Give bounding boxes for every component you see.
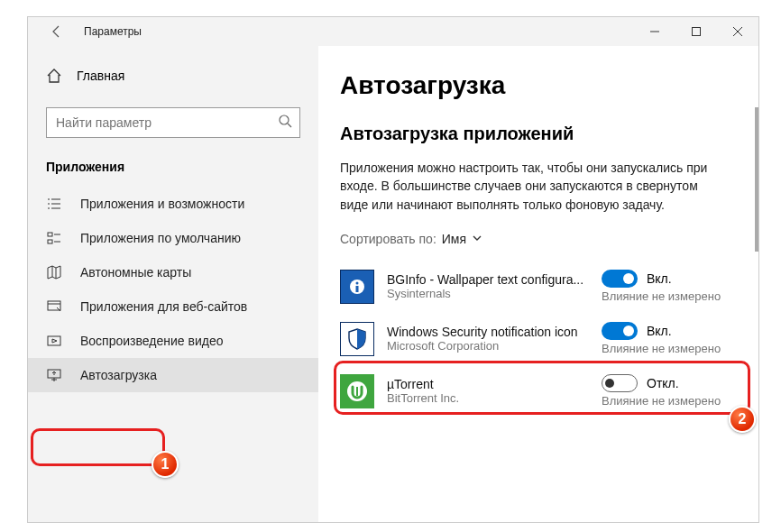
sidebar-section-label: Приложения <box>28 154 318 187</box>
app-publisher: Microsoft Corporation <box>387 339 589 353</box>
sidebar-item-label: Приложения для веб-сайтов <box>80 299 247 314</box>
search-input[interactable] <box>56 115 278 130</box>
home-icon <box>46 68 62 84</box>
web-apps-icon <box>46 298 62 315</box>
startup-toggle[interactable] <box>602 322 638 340</box>
settings-window: Параметры Главная Приложения <box>27 16 759 523</box>
svg-line-5 <box>288 124 291 127</box>
sort-control[interactable]: Сортировать по: Имя <box>340 232 737 246</box>
svg-rect-1 <box>693 28 701 36</box>
app-icon-utorrent <box>340 374 374 408</box>
startup-app-row: µTorrent BitTorrent Inc. Откл. Влияние н… <box>340 369 737 421</box>
app-name: BGInfo - Wallpaper text configura... <box>387 272 589 287</box>
impact-label: Влияние не измерено <box>602 289 721 303</box>
back-button[interactable] <box>48 23 66 41</box>
svg-point-23 <box>356 281 359 284</box>
app-icon-security <box>340 322 374 356</box>
maximize-button[interactable] <box>675 17 717 46</box>
page-subtitle: Автозагрузка приложений <box>340 124 737 144</box>
search-icon <box>278 114 292 132</box>
toggle-label: Вкл. <box>647 324 672 338</box>
sidebar-item-default-apps[interactable]: Приложения по умолчанию <box>28 221 318 255</box>
page-title: Автозагрузка <box>340 71 737 100</box>
search-box[interactable] <box>46 107 300 138</box>
sort-value: Имя <box>442 232 466 246</box>
page-description: Приложения можно настроить так, чтобы он… <box>340 159 728 214</box>
toggle-label: Откл. <box>647 376 679 390</box>
close-button[interactable] <box>717 17 758 46</box>
sidebar-item-startup[interactable]: Автозагрузка <box>28 358 318 392</box>
sidebar-item-web-apps[interactable]: Приложения для веб-сайтов <box>28 289 318 324</box>
startup-app-row: BGInfo - Wallpaper text configura... Sys… <box>340 264 737 316</box>
startup-icon <box>46 367 62 383</box>
startup-toggle[interactable] <box>602 374 638 392</box>
map-icon <box>46 264 62 280</box>
main-content: Автозагрузка Автозагрузка приложений При… <box>318 46 758 522</box>
sidebar-home-label: Главная <box>77 69 124 83</box>
titlebar: Параметры <box>28 17 758 46</box>
sidebar-item-label: Автозагрузка <box>80 368 157 382</box>
startup-app-row: Windows Security notification icon Micro… <box>340 316 737 369</box>
sidebar-item-apps-features[interactable]: Приложения и возможности <box>28 187 318 221</box>
window-title: Параметры <box>84 25 142 38</box>
toggle-label: Вкл. <box>647 271 672 286</box>
svg-rect-14 <box>48 240 52 243</box>
chevron-down-icon <box>472 232 482 246</box>
svg-point-4 <box>280 115 289 124</box>
sidebar-item-label: Приложения и возможности <box>80 197 244 211</box>
app-icon-bginfo <box>340 270 374 304</box>
startup-toggle[interactable] <box>602 270 638 288</box>
app-name: µTorrent <box>387 377 589 391</box>
sidebar-item-label: Воспроизведение видео <box>80 334 223 348</box>
app-publisher: Sysinternals <box>387 287 589 300</box>
sidebar: Главная Приложения Приложения и возможно… <box>28 46 318 522</box>
sidebar-item-label: Автономные карты <box>80 265 191 280</box>
sort-label: Сортировать по: <box>340 232 436 246</box>
video-icon <box>46 333 62 349</box>
scrollbar[interactable] <box>755 107 758 252</box>
svg-rect-24 <box>356 286 359 292</box>
list-icon <box>46 196 62 212</box>
impact-label: Влияние не измерено <box>602 394 721 408</box>
sidebar-home[interactable]: Главная <box>28 60 318 91</box>
svg-rect-18 <box>48 336 60 345</box>
impact-label: Влияние не измерено <box>602 342 721 355</box>
svg-rect-12 <box>48 233 52 236</box>
app-publisher: BitTorrent Inc. <box>387 391 589 405</box>
sidebar-item-label: Приложения по умолчанию <box>80 231 241 245</box>
sidebar-item-offline-maps[interactable]: Автономные карты <box>28 255 318 289</box>
sidebar-item-video-playback[interactable]: Воспроизведение видео <box>28 324 318 358</box>
minimize-button[interactable] <box>634 17 675 46</box>
app-name: Windows Security notification icon <box>387 325 589 339</box>
defaults-icon <box>46 230 62 246</box>
